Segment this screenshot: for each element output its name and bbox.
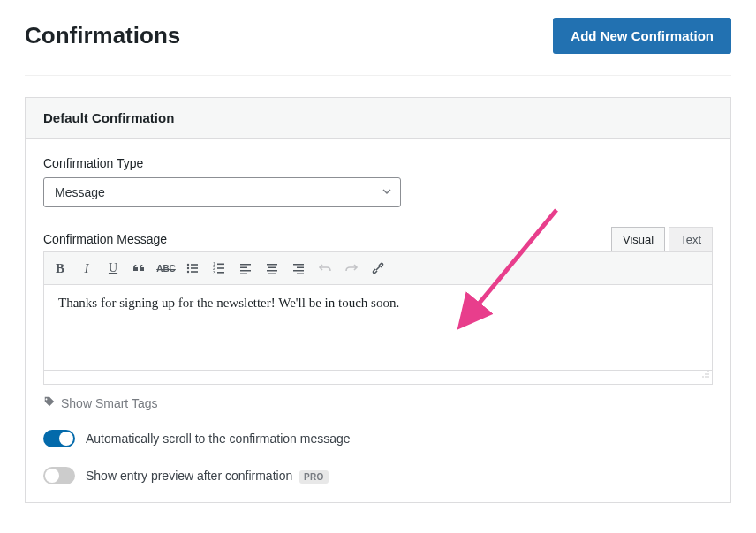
tab-visual[interactable]: Visual <box>611 227 665 251</box>
smart-tags-label: Show Smart Tags <box>61 396 157 410</box>
auto-scroll-label: Automatically scroll to the confirmation… <box>86 432 351 446</box>
svg-point-24 <box>707 371 709 372</box>
svg-point-4 <box>187 271 189 273</box>
bold-icon[interactable]: B <box>48 256 72 281</box>
svg-rect-20 <box>293 264 304 266</box>
page-title: Confirmations <box>25 22 180 49</box>
svg-point-2 <box>187 267 189 269</box>
blockquote-icon[interactable] <box>127 256 152 281</box>
svg-point-29 <box>707 376 709 378</box>
tab-text[interactable]: Text <box>669 227 713 251</box>
confirmation-message-label: Confirmation Message <box>43 232 167 246</box>
svg-rect-15 <box>240 274 247 275</box>
svg-point-25 <box>705 373 707 375</box>
svg-rect-11 <box>217 272 224 274</box>
editor-resize-handle[interactable] <box>44 370 712 384</box>
svg-rect-21 <box>297 267 304 269</box>
svg-rect-9 <box>217 267 224 269</box>
strikethrough-icon[interactable]: ABC <box>154 256 178 281</box>
italic-icon[interactable]: I <box>74 256 99 281</box>
align-right-icon[interactable] <box>286 256 311 281</box>
numbered-list-icon[interactable]: 123 <box>207 256 231 281</box>
resize-grip-icon <box>701 366 710 382</box>
editor-content[interactable]: Thanks for signing up for the newsletter… <box>44 285 712 370</box>
underline-icon[interactable]: U <box>101 256 125 281</box>
confirmation-type-label: Confirmation Type <box>43 156 713 170</box>
svg-point-28 <box>705 376 707 378</box>
svg-rect-18 <box>267 270 277 272</box>
svg-rect-17 <box>268 267 276 269</box>
confirmation-type-select[interactable]: Message <box>43 177 401 207</box>
pro-badge: PRO <box>299 470 329 484</box>
entry-preview-toggle[interactable] <box>43 467 75 484</box>
link-icon[interactable] <box>366 256 390 281</box>
svg-rect-16 <box>267 264 277 266</box>
svg-rect-5 <box>191 271 198 273</box>
svg-rect-7 <box>217 264 224 266</box>
svg-point-0 <box>187 264 189 266</box>
add-new-confirmation-button[interactable]: Add New Confirmation <box>553 18 731 54</box>
svg-rect-12 <box>240 264 251 266</box>
tag-icon <box>43 395 56 410</box>
align-center-icon[interactable] <box>260 256 284 281</box>
entry-preview-label: Show entry preview after confirmation <box>86 469 292 483</box>
svg-rect-23 <box>297 274 304 275</box>
svg-rect-13 <box>240 267 247 269</box>
svg-point-27 <box>702 376 704 378</box>
confirmation-panel: Default Confirmation Confirmation Type M… <box>25 97 731 503</box>
svg-rect-3 <box>191 267 198 269</box>
svg-rect-22 <box>293 270 304 272</box>
confirmation-message-editor: B I U ABC 123 Thanks for signing up for … <box>43 251 713 385</box>
svg-point-26 <box>707 373 709 375</box>
svg-rect-14 <box>240 270 251 272</box>
auto-scroll-toggle[interactable] <box>43 430 75 447</box>
svg-rect-19 <box>268 274 276 275</box>
show-smart-tags-link[interactable]: Show Smart Tags <box>43 395 713 410</box>
panel-title: Default Confirmation <box>26 98 730 139</box>
undo-icon[interactable] <box>313 256 337 281</box>
svg-text:3: 3 <box>213 270 215 275</box>
align-left-icon[interactable] <box>233 256 258 281</box>
editor-toolbar: B I U ABC 123 <box>44 252 712 285</box>
redo-icon[interactable] <box>339 256 364 281</box>
bullet-list-icon[interactable] <box>180 256 205 281</box>
svg-rect-1 <box>191 264 198 266</box>
